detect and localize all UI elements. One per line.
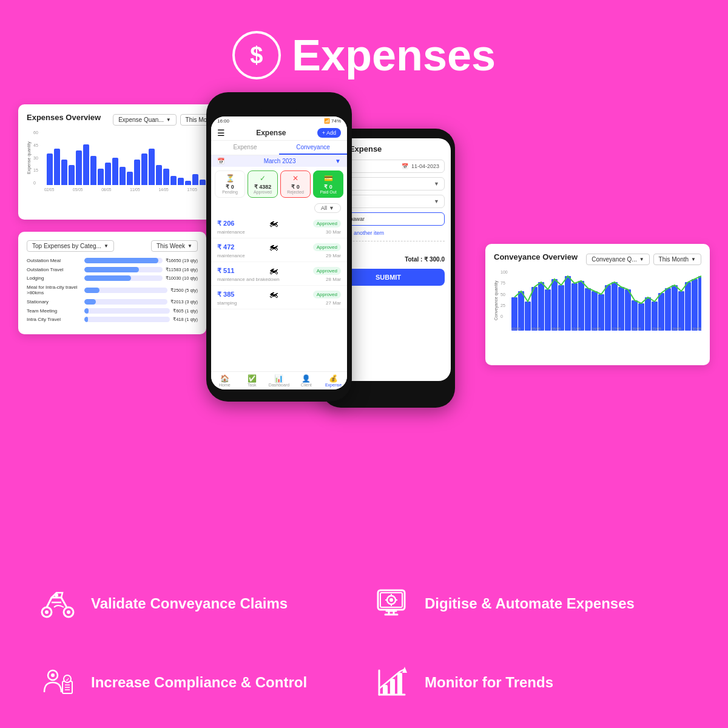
- svg-rect-59: [397, 673, 402, 695]
- compliance-icon: ✓: [39, 664, 76, 701]
- calendar-icon: 📅: [402, 163, 408, 169]
- chart-icon: [373, 664, 410, 701]
- expense-item: Outstation Travel ₹11583 (16 qty): [27, 267, 198, 273]
- expense-list-item[interactable]: ₹ 511 🏍 Approved maintenance and brakedo…: [211, 262, 347, 286]
- expenses-overview-card: Expenses Overview Expense Quan... ▼ This…: [18, 104, 237, 220]
- top-expenses-period-dropdown[interactable]: This Week ▼: [151, 240, 198, 252]
- feature-conveyance: Validate Conveyance Claims: [36, 570, 358, 637]
- svg-rect-12: [592, 291, 598, 331]
- feature-digitise-text: Digitise & Automate Expenses: [425, 595, 635, 613]
- bike-icon: 🏍: [269, 265, 278, 276]
- svg-rect-16: [618, 287, 624, 331]
- expense-type-dropdown[interactable]: Expense Quan... ▼: [113, 114, 176, 126]
- moped-icon: [39, 585, 76, 622]
- svg-rect-11: [585, 288, 591, 331]
- feature-trends-text: Monitor for Trends: [425, 673, 553, 692]
- svg-rect-57: [383, 685, 388, 695]
- features-section: Validate Conveyance Claims Digitise & Au…: [0, 558, 728, 728]
- expenses-overview-title: Expenses Overview: [27, 113, 101, 122]
- x-axis-labels: 02/0505/0508/0511/0514/0517/0520/05: [33, 186, 228, 192]
- expense-item: Meal for Intra-city travel >80kms ₹2500 …: [27, 285, 198, 296]
- svg-rect-13: [598, 294, 604, 331]
- tab-conveyance[interactable]: Conveyance: [279, 141, 347, 155]
- conv-chart: [511, 270, 701, 331]
- top-expenses-card: Top Expenses by Categ... ▼ This Week ▼ O…: [18, 232, 206, 334]
- conveyance-overview-card: Conveyance Overview Conveyance Q... ▼ Th…: [485, 244, 710, 365]
- stat-approved: ✓ ₹ 4382 Approved: [248, 170, 278, 198]
- nav-home[interactable]: 🏠Home: [211, 374, 238, 387]
- expense-item: Team Meeting ₹605 (1 qty): [27, 308, 198, 314]
- all-filter[interactable]: All ▼: [314, 203, 341, 213]
- menu-icon[interactable]: ☰: [217, 128, 225, 138]
- svg-rect-8: [565, 276, 571, 331]
- nav-expense[interactable]: 💰Expense: [320, 374, 347, 387]
- chevron-down-icon2: ▼: [434, 198, 439, 204]
- conv-period-dropdown[interactable]: This Month ▼: [653, 254, 701, 265]
- stat-pending: ⏳ ₹ 0 Pending: [215, 170, 245, 198]
- chart-icon-wrap: [370, 661, 413, 704]
- phone-expense-frame: 16:00 📶 74% ☰ Expense + Add Expense Conv…: [206, 92, 352, 402]
- svg-rect-28: [698, 276, 701, 331]
- tab-expense[interactable]: Expense: [211, 141, 279, 155]
- conv-type-dropdown[interactable]: Conveyance Q... ▼: [586, 254, 649, 265]
- dollar-icon: $: [232, 31, 281, 79]
- y-label-30: 30: [33, 156, 38, 160]
- expense-list-item[interactable]: ₹ 206 🏍 Approved maintenance 30 Mar: [211, 215, 347, 238]
- svg-rect-17: [625, 289, 631, 331]
- svg-rect-23: [665, 288, 671, 331]
- svg-rect-27: [692, 279, 698, 331]
- svg-rect-9: [571, 283, 578, 331]
- y-axis-label: Expense quantity: [27, 130, 31, 185]
- automation-icon-wrap: [370, 582, 413, 625]
- phone-status-bar: 16:00 📶 74%: [211, 116, 347, 126]
- dropdown-arrow: ▼: [166, 117, 171, 123]
- feature-conveyance-text: Validate Conveyance Claims: [91, 595, 288, 613]
- svg-rect-4: [538, 282, 544, 331]
- header-title: Expenses: [292, 30, 496, 80]
- phone-notch: [261, 103, 297, 114]
- header: $ Expenses: [0, 0, 728, 80]
- svg-rect-6: [551, 279, 558, 331]
- svg-point-34: [55, 593, 58, 597]
- feature-digitise: Digitise & Automate Expenses: [370, 570, 692, 637]
- svg-text:✓: ✓: [66, 677, 70, 682]
- bike-icon: 🏍: [269, 218, 278, 229]
- svg-rect-1: [518, 291, 524, 331]
- top-expenses-category-dropdown[interactable]: Top Expenses by Categ... ▼: [27, 240, 114, 252]
- phone-tabs: Expense Conveyance: [211, 141, 347, 155]
- add-expense-button[interactable]: + Add: [317, 128, 341, 138]
- automation-icon: [373, 585, 410, 622]
- month-selector[interactable]: 📅 March 2023 ▼: [211, 155, 347, 167]
- svg-rect-7: [558, 285, 564, 331]
- nav-client[interactable]: 👤Client: [292, 374, 320, 387]
- svg-rect-5: [545, 289, 551, 331]
- svg-rect-10: [578, 281, 584, 331]
- top-expenses-list: Outstation Meal ₹16650 (19 qty) Outstati…: [27, 258, 198, 323]
- nav-task[interactable]: ✅Task: [238, 374, 266, 387]
- compliance-icon-wrap: ✓: [36, 661, 79, 704]
- conveyance-title: Conveyance Overview: [494, 252, 578, 261]
- expense-item: Lodging ₹10030 (10 qty): [27, 275, 198, 281]
- chevron-down-icon: ▼: [335, 158, 341, 164]
- y-label-60: 60: [33, 130, 38, 135]
- svg-rect-2: [525, 302, 531, 331]
- expense-item: Outstation Meal ₹16650 (19 qty): [27, 258, 198, 264]
- chevron-down-icon: ▼: [434, 181, 439, 187]
- svg-rect-22: [658, 293, 664, 331]
- feature-compliance-text: Increase Compliance & Control: [91, 673, 307, 692]
- svg-point-32: [45, 610, 49, 614]
- svg-rect-21: [652, 302, 658, 331]
- expense-list-item[interactable]: ₹ 472 🏍 Approved maintenance 29 Mar: [211, 238, 347, 262]
- stat-rejected: ✕ ₹ 0 Rejected: [280, 170, 311, 198]
- svg-rect-25: [678, 291, 684, 331]
- nav-dashboard[interactable]: 📊Dashboard: [266, 374, 293, 387]
- svg-rect-20: [645, 297, 651, 331]
- svg-point-48: [51, 673, 55, 677]
- feature-compliance: ✓ Increase Compliance & Control: [36, 649, 358, 716]
- y-label-15: 15: [33, 168, 38, 172]
- svg-rect-24: [672, 285, 678, 331]
- svg-rect-15: [612, 282, 618, 331]
- phone-nav-bar: 🏠Home ✅Task 📊Dashboard 👤Client 💰Expense: [211, 371, 347, 389]
- expense-item: Stationary ₹2013 (3 qty): [27, 299, 198, 305]
- expense-list-item[interactable]: ₹ 385 🏍 Approved stamping 27 Mar: [211, 286, 347, 309]
